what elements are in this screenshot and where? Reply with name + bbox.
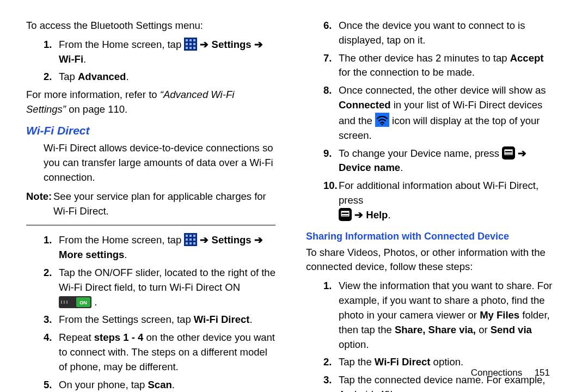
share-intro: To share Videos, Photos, or other inform… <box>306 246 555 275</box>
wf-step-2: Tap the ON/OFF slider, located to the ri… <box>59 266 275 309</box>
wf-step-3: From the Settings screen, tap Wi-Fi Dire… <box>59 313 275 327</box>
right-column: 6. Once the device you want to connect t… <box>306 19 555 392</box>
menu-icon <box>502 146 515 160</box>
settings-label: Settings <box>209 234 254 246</box>
section-name: Connections <box>471 367 523 378</box>
share-step-1: View the information that you want to sh… <box>339 279 555 352</box>
text: On your phone, tap <box>59 379 148 390</box>
step-num: 9. <box>323 146 339 176</box>
wf-step-1: From the Home screen, tap ➔ Settings ➔ M… <box>59 233 275 262</box>
wf-step-4: Repeat steps 1 - 4 on the other device y… <box>59 330 275 374</box>
text: on page 110. <box>69 103 127 115</box>
arrow-icon: ➔ <box>254 39 263 50</box>
step-num: 5. <box>44 378 59 392</box>
arrow-icon: ➔ <box>254 234 263 246</box>
text: The other device has 2 minutes to tap <box>339 52 510 64</box>
send-via-label: Send via <box>491 324 532 335</box>
note: Note: See your service plan for applicab… <box>26 189 275 219</box>
my-files-label: My Files <box>480 309 519 321</box>
device-name-label: Device name <box>339 162 400 173</box>
text: Tap <box>59 71 78 82</box>
page-number: 151 <box>525 366 550 380</box>
step-num: 1. <box>44 38 59 67</box>
wifi-icon <box>375 113 389 127</box>
apps-icon <box>184 233 197 246</box>
step-num: 3. <box>44 313 59 327</box>
scan-label: Scan <box>148 379 172 390</box>
help-label: Help <box>363 209 388 220</box>
bt-step-1: From the Home screen, tap ➔ Settings ➔ W… <box>59 38 275 67</box>
bt-step-2: Tap Advanced. <box>59 70 275 84</box>
text: For more information, refer to <box>26 89 160 100</box>
step-num: 10. <box>323 179 339 222</box>
accept-label: Accept <box>510 52 544 64</box>
more-settings-label: More settings <box>59 249 124 260</box>
step-num: 3. <box>323 373 339 392</box>
step-num: 7. <box>323 51 339 81</box>
text: Tap the <box>339 356 375 367</box>
wf-step-7: The other device has 2 minutes to tap Ac… <box>339 51 555 81</box>
step-num: 1. <box>44 233 59 262</box>
wf-step-10: For additional information about Wi-Fi D… <box>339 179 555 222</box>
advanced-label: Advanced <box>78 71 126 82</box>
step-num: 2. <box>323 355 339 370</box>
wf-step-6: Once the device you want to connect to i… <box>339 19 555 48</box>
heading-wifi-direct: Wi-Fi Direct <box>26 122 275 139</box>
text: Repeat <box>59 332 94 343</box>
text: Once connected, the other device will sh… <box>339 84 546 96</box>
step-num: 4. <box>44 330 59 374</box>
arrow-icon: ➔ <box>354 209 363 220</box>
wifi-label: Wi-Fi <box>59 53 83 65</box>
arrow-icon: ➔ <box>200 234 209 246</box>
text: or <box>476 324 491 335</box>
text: for the connection to be made. <box>339 66 475 78</box>
step-num: 8. <box>323 83 339 143</box>
step-num: 6. <box>323 19 339 48</box>
share-label: Share, Share via, <box>395 324 476 335</box>
text: To change your Device name, press <box>339 148 502 159</box>
more-info: For more information, refer to “Advanced… <box>26 88 275 117</box>
bt-intro: To access the Bluetooth Settings menu: <box>26 19 275 33</box>
wifi-direct-label: Wi-Fi Direct <box>194 314 250 325</box>
text: Tap the ON/OFF slider, located to the ri… <box>59 267 275 293</box>
text: From the Settings screen, tap <box>59 314 194 325</box>
steps-ref: steps 1 - 4 <box>94 332 144 343</box>
note-label: Note: <box>26 189 53 219</box>
arrow-icon: ➔ <box>518 148 526 159</box>
wifi-direct-desc: Wi-Fi Direct allows device-to-device con… <box>26 141 275 185</box>
text: From the Home screen, tap <box>59 234 184 246</box>
left-column: To access the Bluetooth Settings menu: 1… <box>26 19 275 392</box>
arrow-icon: ➔ <box>200 39 209 50</box>
heading-sharing-info: Sharing Information with Connected Devic… <box>306 229 555 243</box>
wf-step-5: On your phone, tap Scan. The device scan… <box>59 378 275 392</box>
wf-step-8: Once connected, the other device will sh… <box>339 83 555 143</box>
text: For additional information about Wi-Fi D… <box>339 180 538 206</box>
step-num: 1. <box>323 279 339 352</box>
menu-icon <box>339 208 352 221</box>
step-num: 2. <box>44 266 59 309</box>
connected-label: Connected <box>339 99 391 111</box>
text: option. <box>339 339 369 350</box>
wf-step-9: To change your Device name, press ➔ Devi… <box>339 146 555 176</box>
text: option. <box>430 356 463 367</box>
note-body: See your service plan for applicable cha… <box>53 189 275 219</box>
text: From the Home screen, tap <box>59 39 184 50</box>
apps-icon <box>184 38 197 51</box>
page-footer: Connections 151 <box>471 366 550 380</box>
on-switch-icon <box>59 296 91 308</box>
step-num: 2. <box>44 70 59 84</box>
settings-label: Settings <box>209 39 254 50</box>
wifi-direct-label: Wi-Fi Direct <box>375 356 431 367</box>
